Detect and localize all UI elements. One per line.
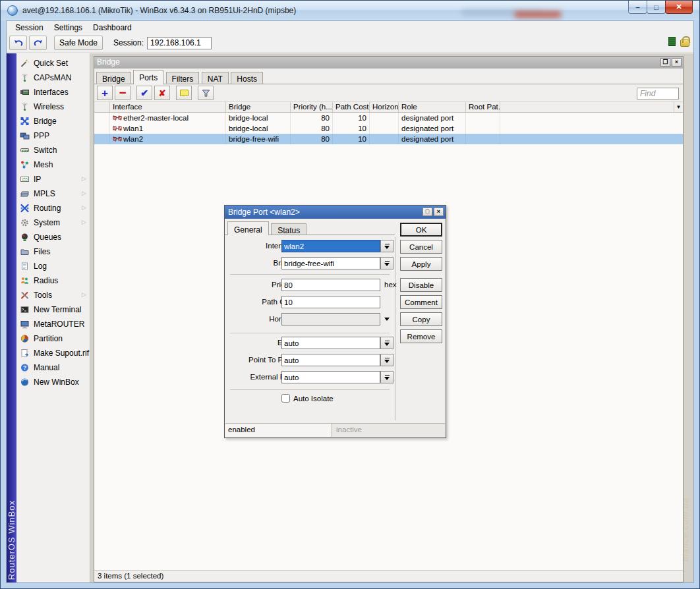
sidebar-item-ip[interactable]: 255IP▷ <box>16 172 90 186</box>
menu-session[interactable]: Session <box>10 22 49 34</box>
safe-mode-button[interactable]: Safe Mode <box>54 36 103 50</box>
edge-dropdown-button[interactable] <box>380 337 394 349</box>
horizon-column-header[interactable]: Horizon <box>370 102 399 112</box>
cell-interface: wlan2 <box>123 135 143 143</box>
add-button[interactable]: + <box>97 86 113 100</box>
horizon-dropdown-arrow-icon[interactable] <box>384 318 390 321</box>
minimize-button[interactable]: – <box>628 1 647 14</box>
sidebar-item-bridge[interactable]: Bridge <box>16 114 90 128</box>
interface-column-header[interactable]: Interface <box>110 102 226 112</box>
sidebar-item-new-winbox[interactable]: New WinBox <box>16 375 90 389</box>
path-cost-column-header[interactable]: Path Cost <box>333 102 370 112</box>
maximize-button[interactable]: □ <box>647 1 666 14</box>
sidebar-item-ppp[interactable]: PPP <box>16 128 90 143</box>
sidebar-item-system[interactable]: System▷ <box>16 215 90 230</box>
table-row-selected[interactable]: wlan2 bridge-free-wifi 80 10 designated … <box>94 134 683 144</box>
point-to-point-dropdown-button[interactable] <box>380 354 394 366</box>
sidebar-item-log[interactable]: Log <box>16 259 90 273</box>
sidebar-item-metarouter[interactable]: MetaROUTER <box>16 317 90 331</box>
flags-column-header[interactable] <box>94 102 110 112</box>
check-icon: ✔ <box>140 88 148 98</box>
tab-bridge[interactable]: Bridge <box>96 72 131 84</box>
sidebar-item-radius[interactable]: Radius <box>16 273 90 288</box>
sidebar-item-interfaces[interactable]: Interfaces <box>16 85 90 99</box>
dialog-restore-button[interactable]: □ <box>423 208 432 216</box>
find-input[interactable] <box>637 88 679 99</box>
tab-nat[interactable]: NAT <box>202 72 229 84</box>
tab-ports[interactable]: Ports <box>133 70 163 84</box>
sidebar-item-quick-set[interactable]: Quick Set <box>16 56 90 70</box>
sidebar-item-capsman[interactable]: CAPsMAN <box>16 70 90 85</box>
horizon-field[interactable] <box>281 313 380 325</box>
bridge-close-button[interactable]: × <box>672 58 682 67</box>
priority-column-header[interactable]: Priority (h... <box>291 102 333 112</box>
edge-field[interactable] <box>281 337 380 349</box>
sidebar-item-mesh[interactable]: Mesh <box>16 157 90 172</box>
column-picker-button[interactable]: ▼ <box>674 102 683 112</box>
main-toolbar: Safe Mode Session: <box>7 34 693 53</box>
disable-button[interactable]: Disable <box>400 278 442 292</box>
window-titlebar[interactable]: avet@192.168.106.1 (MikroTik) - WinBox v… <box>1 1 699 20</box>
point-to-point-field[interactable] <box>281 354 380 366</box>
sidebar-item-manual[interactable]: ?Manual <box>16 360 90 375</box>
dialog-titlebar[interactable]: Bridge Port <wlan2> □ × <box>225 206 446 219</box>
tab-filters[interactable]: Filters <box>166 72 200 84</box>
remove-button[interactable]: Remove <box>400 329 442 343</box>
dialog-close-button[interactable]: × <box>434 208 444 216</box>
tools-icon <box>20 291 31 300</box>
apply-button[interactable]: Apply <box>400 257 442 271</box>
sidebar-item-mpls[interactable]: MPLS▷ <box>16 186 90 201</box>
sidebar-item-new-terminal[interactable]: New Terminal <box>16 302 90 317</box>
external-fdb-dropdown-button[interactable] <box>380 371 394 383</box>
tab-status[interactable]: Status <box>271 223 306 235</box>
table-row[interactable]: wlan1 bridge-local 80 10 designated port <box>94 123 683 134</box>
ok-button[interactable]: OK <box>400 223 442 237</box>
sidebar-item-wireless[interactable]: Wireless <box>16 99 90 114</box>
root-path-column-header[interactable]: Root Pat... <box>466 102 500 112</box>
sidebar-item-tools[interactable]: Tools▷ <box>16 288 90 302</box>
copy-button[interactable]: Copy <box>400 312 442 326</box>
tab-hosts[interactable]: Hosts <box>231 72 263 84</box>
disable-button[interactable]: ✘ <box>154 86 170 100</box>
remove-button[interactable]: − <box>115 86 131 100</box>
cell-horizon <box>370 123 399 134</box>
menubar: Session Settings Dashboard <box>7 21 693 34</box>
table-row[interactable]: ether2-master-local bridge-local 80 10 d… <box>94 113 683 123</box>
sidebar-item-queues[interactable]: Queues <box>16 230 90 244</box>
sidebar-item-make-supout[interactable]: Make Supout.rif <box>16 346 90 360</box>
cancel-button[interactable]: Cancel <box>400 240 442 254</box>
table-header: Interface Bridge Priority (h... Path Cos… <box>94 102 683 113</box>
menu-dashboard[interactable]: Dashboard <box>88 22 137 34</box>
cell-bridge: bridge-local <box>226 123 291 134</box>
sidebar-item-partition[interactable]: Partition <box>16 331 90 346</box>
bridge-dropdown-button[interactable] <box>380 257 394 269</box>
bridge-column-header[interactable]: Bridge <box>226 102 291 112</box>
enable-button[interactable]: ✔ <box>136 86 152 100</box>
filter-button[interactable] <box>198 86 214 100</box>
path-cost-field[interactable] <box>281 296 380 308</box>
comment-button[interactable] <box>176 86 192 100</box>
menu-settings[interactable]: Settings <box>49 22 88 34</box>
interface-dropdown-button[interactable] <box>380 240 394 252</box>
auto-isolate-checkbox[interactable] <box>281 394 290 403</box>
redo-button[interactable] <box>29 36 47 50</box>
sidebar-item-switch[interactable]: Switch <box>16 143 90 157</box>
tab-general[interactable]: General <box>227 221 269 235</box>
cell-role: designated port <box>399 134 466 144</box>
bridge-restore-button[interactable]: ❐ <box>660 58 670 67</box>
submenu-arrow-icon: ▷ <box>82 175 86 182</box>
bridge-field[interactable] <box>281 257 380 269</box>
brand-strip: RouterOS WinBox <box>7 53 16 582</box>
priority-field[interactable] <box>281 279 380 291</box>
sidebar-item-routing[interactable]: Routing▷ <box>16 201 90 215</box>
comment-button[interactable]: Comment <box>400 295 442 309</box>
sidebar-item-files[interactable]: Files <box>16 244 90 259</box>
sidebar-item-label: Interfaces <box>34 88 69 97</box>
role-column-header[interactable]: Role <box>399 102 466 112</box>
interface-field[interactable] <box>281 240 380 252</box>
session-input[interactable] <box>147 37 212 49</box>
external-fdb-field[interactable] <box>281 371 380 383</box>
close-button[interactable]: ✕ <box>665 1 693 14</box>
bridge-window-titlebar[interactable]: Bridge ❐ × <box>94 57 683 69</box>
undo-button[interactable] <box>9 36 27 50</box>
